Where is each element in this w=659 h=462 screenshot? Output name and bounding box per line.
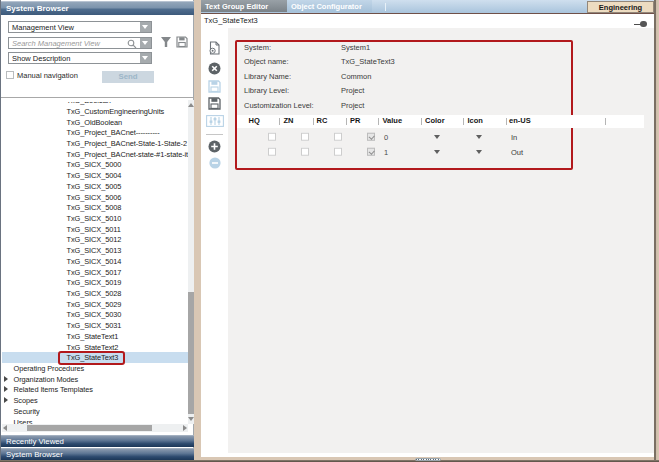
tree-item-txg-project-bacnet-state-1-state-2[interactable]: TxG_Project_BACnet-State-1-State-2 <box>2 138 188 149</box>
tree-item-txg-sicx-5000[interactable]: TxG_SICX_5000 <box>2 159 188 170</box>
expander-icon[interactable] <box>4 397 8 403</box>
grid-column-separator <box>605 118 606 125</box>
chevron-down-icon[interactable] <box>140 22 151 32</box>
pin-icon[interactable] <box>634 21 647 28</box>
tree-vertical-scrollbar[interactable] <box>188 100 195 424</box>
tab-text-group-editor[interactable]: Text Group Editor <box>201 0 287 12</box>
hq-checkbox[interactable] <box>268 132 277 141</box>
tree-item-organization-modes[interactable]: Organization Modes <box>2 373 188 384</box>
tree-item-txg-customengineeringunits[interactable]: TxG_CustomEngineeringUnits <box>2 105 188 116</box>
tree-item-txg-oldboolean[interactable]: TxG_OldBoolean <box>2 116 188 127</box>
tree-item-txg-sicx-5010[interactable]: TxG_SICX_5010 <box>2 213 188 224</box>
view-selector-combo[interactable]: Management View <box>8 21 152 33</box>
tree-item-txg-sicx-5029[interactable]: TxG_SICX_5029 <box>2 298 188 309</box>
delete-circle-icon[interactable] <box>201 62 228 75</box>
recently-viewed-bar[interactable]: Recently Viewed <box>1 435 194 447</box>
remove-circle-icon <box>201 157 228 169</box>
rc-checkbox[interactable] <box>334 132 343 141</box>
tree-item-related-items-templates[interactable]: Related Items Templates <box>2 384 188 395</box>
search-input[interactable]: Search Management View <box>8 37 152 49</box>
scroll-right-icon[interactable] <box>183 425 187 431</box>
tree-item-txg-sicx-5013[interactable]: TxG_SICX_5013 <box>2 245 188 256</box>
tree-item-txg-project-bacnet-[interactable]: TxG_Project_BACnet---------- <box>2 127 188 138</box>
search-icon[interactable] <box>127 39 137 49</box>
tree-item-txg-project-bacnet-state-1-state-it[interactable]: TxG_Project_BACnet-state-#1-state-it <box>2 148 188 159</box>
tree-item-label: TxG_SICX_5017 <box>67 267 122 276</box>
grid-column-zn[interactable]: ZN <box>284 115 294 128</box>
icon-dropdown-icon[interactable] <box>476 150 482 154</box>
tree-item-txg-statetext1[interactable]: TxG_StateText1 <box>2 331 188 342</box>
color-dropdown-icon[interactable] <box>434 150 440 154</box>
tree-item-txg-sicx-5005[interactable]: TxG_SICX_5005 <box>2 180 188 191</box>
send-button[interactable]: Send <box>102 71 154 83</box>
tree-item-txg-sicx-5019[interactable]: TxG_SICX_5019 <box>2 277 188 288</box>
en-us-cell: In <box>511 132 517 141</box>
tree-item-label: TxG_SICX_5019 <box>67 278 122 287</box>
color-dropdown-icon[interactable] <box>434 135 440 139</box>
scroll-left-icon[interactable] <box>3 425 7 431</box>
pr-checkbox[interactable] <box>367 147 376 156</box>
tab-engineering[interactable]: Engineering <box>587 1 654 14</box>
pr-checkbox[interactable] <box>367 132 376 141</box>
tree-horizontal-scrollbar[interactable] <box>2 424 188 432</box>
zn-checkbox[interactable] <box>301 147 310 156</box>
tree-item-txg-sicx-5017[interactable]: TxG_SICX_5017 <box>2 266 188 277</box>
add-circle-icon[interactable] <box>201 140 228 153</box>
tree-item-users[interactable]: Users <box>2 416 188 424</box>
icon-dropdown-icon[interactable] <box>476 135 482 139</box>
tree-item-security[interactable]: Security <box>2 406 188 417</box>
tree-item-txg-sicx-5004[interactable]: TxG_SICX_5004 <box>2 170 188 181</box>
tree-item-txg-sicx-5008[interactable]: TxG_SICX_5008 <box>2 202 188 213</box>
chevron-down-icon[interactable] <box>140 38 151 48</box>
funnel-icon[interactable] <box>160 36 172 48</box>
grid-column-hq[interactable]: HQ <box>249 115 260 128</box>
tree-item-label: Related Items Templates <box>14 385 93 394</box>
grid-column-pr[interactable]: PR <box>350 115 360 128</box>
tree-item-txg-sicx-5028[interactable]: TxG_SICX_5028 <box>2 288 188 299</box>
zn-checkbox[interactable] <box>301 132 310 141</box>
grid-column-en-us[interactable]: en-US <box>509 115 531 128</box>
scroll-down-icon[interactable] <box>188 417 194 421</box>
horizontal-scrollbar-thumb[interactable] <box>27 425 152 432</box>
tree-item-txg-sicx-5014[interactable]: TxG_SICX_5014 <box>2 255 188 266</box>
expander-icon[interactable] <box>4 376 8 382</box>
tree-item-txg-sicx-5031[interactable]: TxG_SICX_5031 <box>2 320 188 331</box>
tab-bar: Text Group Editor Object Configurator En… <box>201 0 654 14</box>
splitter-grip[interactable] <box>415 458 441 462</box>
tree-item-txg-sicx-5011[interactable]: TxG_SICX_5011 <box>2 223 188 234</box>
rc-checkbox[interactable] <box>334 147 343 156</box>
scroll-up-icon[interactable] <box>188 103 194 107</box>
grid-column-separator <box>506 118 507 125</box>
hq-checkbox[interactable] <box>268 147 277 156</box>
tree-item-txg-sicx-5006[interactable]: TxG_SICX_5006 <box>2 191 188 202</box>
grid-column-separator <box>378 118 379 125</box>
vertical-scrollbar-thumb[interactable] <box>188 292 194 414</box>
form-label: Object name: <box>244 57 289 66</box>
editor-toolbar <box>201 28 228 453</box>
tree-item-txg-sicx-5030[interactable]: TxG_SICX_5030 <box>2 309 188 320</box>
grid-column-icon[interactable]: Icon <box>468 115 483 128</box>
manual-navigation-checkbox[interactable] <box>6 71 15 80</box>
tree-item-label: TxG_SICX_5005 <box>67 181 122 190</box>
tree-item-txg-sicx-5012[interactable]: TxG_SICX_5012 <box>2 234 188 245</box>
tree-item-label: Users <box>14 417 33 424</box>
grid-column-value[interactable]: Value <box>383 115 403 128</box>
tree-item-scopes[interactable]: Scopes <box>2 395 188 406</box>
save-as-icon[interactable] <box>201 97 228 110</box>
new-document-icon[interactable] <box>201 41 228 55</box>
grid-row[interactable]: 1Out <box>237 144 644 159</box>
tree-item-label: TxG_SICX_5000 <box>67 160 122 169</box>
system-browser-bar[interactable]: System Browser <box>1 448 194 460</box>
grid-column-rc[interactable]: RC <box>317 115 328 128</box>
tree-item-label: TxG_SICX_5031 <box>67 321 122 330</box>
grid-column-color[interactable]: Color <box>425 115 445 128</box>
grid-row[interactable]: 0In <box>237 129 644 144</box>
tree-item-label: TxG_SICX_5008 <box>67 203 122 212</box>
expander-icon[interactable] <box>4 386 8 392</box>
grid-column-separator <box>463 118 464 125</box>
save-icon[interactable] <box>176 36 188 48</box>
tab-object-configurator[interactable]: Object Configurator <box>287 0 372 12</box>
form-value: System1 <box>341 43 370 52</box>
description-combo[interactable]: Show Description <box>8 52 152 64</box>
chevron-down-icon[interactable] <box>140 53 151 63</box>
